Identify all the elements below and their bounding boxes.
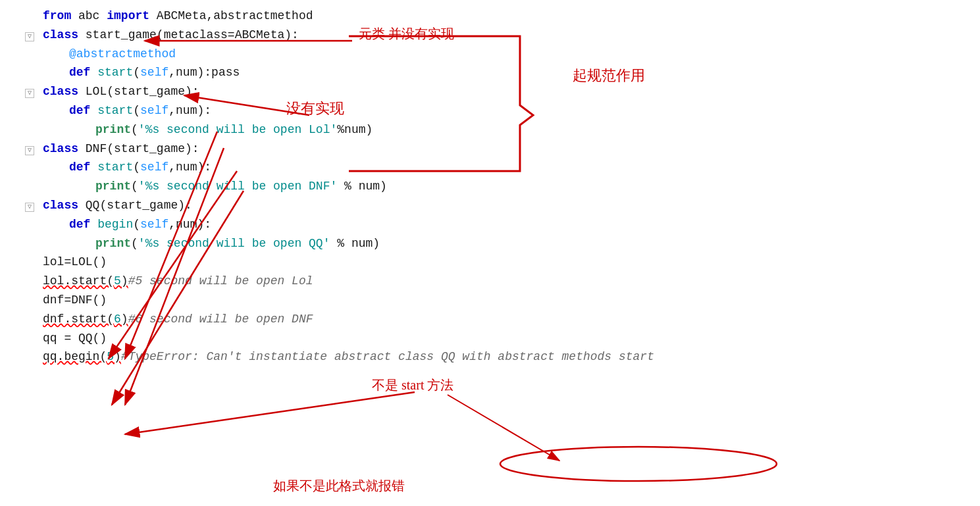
token-kw: def xyxy=(69,215,90,234)
token-normal: lol=LOL() xyxy=(43,253,107,272)
token-param: self xyxy=(140,63,168,82)
token-kw2: print xyxy=(95,177,131,196)
annotation-ruguo: 如果不是此格式就报错 xyxy=(273,478,405,493)
code-line-14: lol=LOL() xyxy=(20,253,980,272)
code-line-2: ▽class start_game(metaclass=ABCMeta): xyxy=(20,26,980,45)
code-line-17: dnf.start(6)#6 second will be open DNF xyxy=(20,310,980,329)
token-normal: lol.start( xyxy=(43,272,114,291)
token-str: '%s second will be open QQ' xyxy=(138,234,330,253)
line-gutter-2: ▽ xyxy=(20,32,39,41)
token-kw: def xyxy=(69,158,90,177)
token-kw2: print xyxy=(95,234,131,253)
code-line-8: ▽class DNF(start_game): xyxy=(20,139,980,159)
code-line-10: print('%s second will be open DNF' % num… xyxy=(20,177,980,196)
token-normal: ( xyxy=(131,177,138,196)
token-fn: start xyxy=(97,101,133,120)
token-kw: class xyxy=(43,196,78,215)
code-line-6: def start(self,num): xyxy=(20,101,980,120)
code-line-16: dnf=DNF() xyxy=(20,291,980,310)
token-kw: class xyxy=(43,139,78,159)
token-normal: LOL(start_game): xyxy=(78,82,199,101)
token-normal: qq.begin( xyxy=(43,347,107,367)
token-kw: def xyxy=(69,101,90,120)
token-normal: % num) xyxy=(330,234,380,253)
fold-icon-2[interactable]: ▽ xyxy=(25,32,34,41)
token-cm: #5 second will be open Lol xyxy=(128,272,313,291)
token-cn: 5 xyxy=(107,347,114,367)
token-fn: start xyxy=(97,63,133,82)
token-normal: qq = QQ() xyxy=(43,329,107,348)
token-normal: start_game(metaclass=ABCMeta): xyxy=(78,26,299,45)
code-line-9: def start(self,num): xyxy=(20,158,980,177)
token-normal: dnf.start( xyxy=(43,310,114,329)
annotation-bushi-start: 不是 start 方法 xyxy=(372,378,453,392)
arrow-to-error xyxy=(448,395,559,461)
token-kw: import xyxy=(107,7,149,26)
token-normal xyxy=(90,101,97,120)
token-normal: ) xyxy=(114,347,121,367)
fold-icon-11[interactable]: ▽ xyxy=(25,203,34,212)
token-normal: ,num): xyxy=(168,158,211,177)
token-fn: begin xyxy=(97,215,133,234)
token-normal: ABCMeta,abstractmethod xyxy=(149,7,313,26)
code-line-15: lol.start(5)#5 second will be open Lol xyxy=(20,272,980,291)
token-deco: @abstractmethod xyxy=(69,45,176,64)
code-line-12: def begin(self,num): xyxy=(20,215,980,234)
token-normal xyxy=(90,63,97,82)
token-param: self xyxy=(140,215,168,234)
code-line-7: print('%s second will be open Lol'%num) xyxy=(20,120,980,139)
token-normal: %num) xyxy=(337,120,373,139)
arrow-qq-begin xyxy=(125,392,415,434)
token-cm: #TypeError: Can't instantiate abstract c… xyxy=(121,347,654,367)
code-line-5: ▽class LOL(start_game): xyxy=(20,82,980,101)
token-str: '%s second will be open DNF' xyxy=(138,177,337,196)
token-param: self xyxy=(140,158,168,177)
token-cn: 6 xyxy=(114,310,121,329)
token-kw: def xyxy=(69,63,90,82)
token-cn: 5 xyxy=(114,272,121,291)
token-normal: ( xyxy=(133,101,140,120)
code-line-1: from abc import ABCMeta,abstractmethod xyxy=(20,7,980,26)
code-line-4: def start(self,num):pass xyxy=(20,63,980,82)
token-normal: ) xyxy=(121,310,128,329)
token-normal: ( xyxy=(133,215,140,234)
error-circle xyxy=(500,447,777,481)
token-normal: ,num): xyxy=(168,215,211,234)
token-cm: #6 second will be open DNF xyxy=(128,310,313,329)
code-editor: from abc import ABCMeta,abstractmethod▽c… xyxy=(0,0,980,373)
code-line-19: qq.begin(5)#TypeError: Can't instantiate… xyxy=(20,347,980,367)
fold-icon-8[interactable]: ▽ xyxy=(25,146,34,155)
token-normal: ,num): xyxy=(168,101,211,120)
token-normal: ( xyxy=(133,63,140,82)
line-gutter-8: ▽ xyxy=(20,146,39,155)
token-normal: ,num):pass xyxy=(168,63,240,82)
token-fn: start xyxy=(97,158,133,177)
token-normal: abc xyxy=(71,7,107,26)
token-kw: class xyxy=(43,26,78,45)
line-gutter-11: ▽ xyxy=(20,203,39,212)
token-normal: ( xyxy=(131,120,138,139)
token-param: self xyxy=(140,101,168,120)
code-line-18: qq = QQ() xyxy=(20,329,980,348)
token-kw2: print xyxy=(95,120,131,139)
token-normal xyxy=(90,158,97,177)
token-normal: % num) xyxy=(337,177,387,196)
token-normal: dnf=DNF() xyxy=(43,291,107,310)
token-normal: ( xyxy=(133,158,140,177)
token-normal: DNF(start_game): xyxy=(78,139,199,159)
code-line-13: print('%s second will be open QQ' % num) xyxy=(20,234,980,253)
token-kw: from xyxy=(43,7,71,26)
fold-icon-5[interactable]: ▽ xyxy=(25,89,34,98)
token-normal: ( xyxy=(131,234,138,253)
token-normal: QQ(start_game): xyxy=(78,196,192,215)
token-normal xyxy=(90,215,97,234)
line-gutter-5: ▽ xyxy=(20,89,39,98)
token-normal: ) xyxy=(121,272,128,291)
token-kw: class xyxy=(43,82,78,101)
code-line-3: @abstractmethod xyxy=(20,45,980,64)
code-line-11: ▽class QQ(start_game): xyxy=(20,196,980,215)
token-str: '%s second will be open Lol' xyxy=(138,120,337,139)
